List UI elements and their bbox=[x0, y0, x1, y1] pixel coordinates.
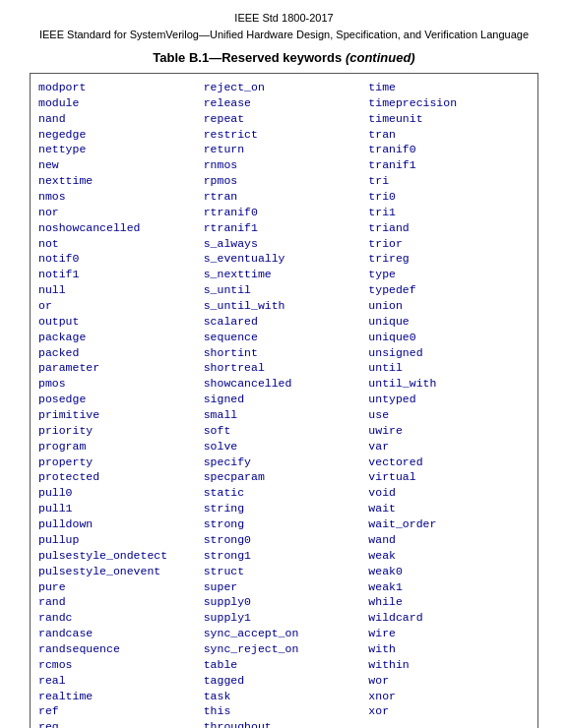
list-item: strong0 bbox=[204, 532, 361, 548]
list-item: new bbox=[38, 157, 196, 173]
list-item: s_always bbox=[204, 236, 361, 252]
list-item: specparam bbox=[204, 469, 361, 485]
list-item: return bbox=[204, 142, 361, 157]
list-item: supply1 bbox=[204, 610, 361, 626]
list-item: tagged bbox=[204, 673, 361, 689]
list-item: nexttime bbox=[38, 173, 196, 189]
list-item: void bbox=[368, 485, 526, 501]
page: IEEE Std 1800-2017 IEEE Standard for Sys… bbox=[0, 0, 568, 728]
list-item: packed bbox=[38, 345, 196, 361]
list-item: union bbox=[368, 298, 526, 314]
list-item: repeat bbox=[204, 111, 361, 127]
list-item: negedge bbox=[38, 127, 196, 143]
list-item: sequence bbox=[204, 330, 361, 345]
list-item: pullup bbox=[38, 532, 196, 548]
list-item: or bbox=[38, 298, 196, 314]
list-item: tran bbox=[368, 127, 526, 143]
list-item: notif0 bbox=[38, 251, 196, 267]
list-item: tranif1 bbox=[368, 157, 526, 173]
list-item: wait_order bbox=[368, 516, 526, 532]
header-line1: IEEE Std 1800-2017 bbox=[0, 10, 568, 27]
list-item: randc bbox=[38, 610, 196, 626]
list-item: weak1 bbox=[368, 579, 526, 595]
list-item: rcmos bbox=[38, 657, 196, 673]
list-item: rnmos bbox=[204, 157, 361, 173]
list-item: realtime bbox=[38, 689, 196, 704]
list-item: posedge bbox=[38, 392, 196, 407]
list-item: reg bbox=[38, 719, 196, 728]
list-item: strong bbox=[204, 516, 361, 532]
list-item: nettype bbox=[38, 142, 196, 157]
list-item: package bbox=[38, 330, 196, 345]
list-item: rand bbox=[38, 594, 196, 610]
list-item: wand bbox=[368, 532, 526, 548]
list-item: property bbox=[38, 455, 196, 470]
list-item: this bbox=[204, 703, 361, 719]
list-item: throughout bbox=[204, 719, 361, 728]
list-item: rtran bbox=[204, 189, 361, 205]
list-item: release bbox=[204, 95, 361, 111]
keyword-table: modportmodulenandnegedgenettypenewnextti… bbox=[30, 73, 538, 728]
list-item: solve bbox=[204, 439, 361, 455]
list-item: parameter bbox=[38, 360, 196, 376]
list-item: until bbox=[368, 360, 526, 376]
list-item: rtranif0 bbox=[204, 205, 361, 220]
list-item: wait bbox=[368, 501, 526, 516]
keyword-col-1: modportmodulenandnegedgenettypenewnextti… bbox=[38, 80, 200, 728]
list-item: shortreal bbox=[204, 360, 361, 376]
list-item: rtranif1 bbox=[204, 220, 361, 236]
list-item: until_with bbox=[368, 376, 526, 392]
list-item: table bbox=[204, 657, 361, 673]
list-item: shortint bbox=[204, 345, 361, 361]
list-item: tri0 bbox=[368, 189, 526, 205]
list-item: real bbox=[38, 673, 196, 689]
list-item: pulsestyle_ondetect bbox=[38, 548, 196, 564]
list-item: unique bbox=[368, 314, 526, 330]
list-item: weak bbox=[368, 548, 526, 564]
list-item: specify bbox=[204, 455, 361, 470]
list-item: tranif0 bbox=[368, 142, 526, 157]
list-item: wildcard bbox=[368, 610, 526, 626]
list-item: unsigned bbox=[368, 345, 526, 361]
list-item: trior bbox=[368, 236, 526, 252]
list-item: reject_on bbox=[204, 80, 361, 95]
list-item: timeunit bbox=[368, 111, 526, 127]
list-item: with bbox=[368, 641, 526, 657]
list-item: tri bbox=[368, 173, 526, 189]
list-item: notif1 bbox=[38, 267, 196, 282]
list-item: supply0 bbox=[204, 594, 361, 610]
list-item: struct bbox=[204, 564, 361, 579]
list-item: xnor bbox=[368, 689, 526, 704]
list-item: s_eventually bbox=[204, 251, 361, 267]
list-item: xor bbox=[368, 703, 526, 719]
list-item: wire bbox=[368, 626, 526, 641]
list-item: use bbox=[368, 407, 526, 423]
list-item: trireg bbox=[368, 251, 526, 267]
list-item: tri1 bbox=[368, 205, 526, 220]
list-item: pmos bbox=[38, 376, 196, 392]
list-item: soft bbox=[204, 423, 361, 439]
header-line2: IEEE Standard for SystemVerilog—Unified … bbox=[0, 27, 568, 43]
list-item: pull0 bbox=[38, 485, 196, 501]
keyword-col-3: timetimeprecisiontimeunittrantranif0tran… bbox=[364, 80, 530, 728]
list-item: pulldown bbox=[38, 516, 196, 532]
list-item: module bbox=[38, 95, 196, 111]
list-item: while bbox=[368, 594, 526, 610]
list-item: weak0 bbox=[368, 564, 526, 579]
table-title: Table B.1—Reserved keywords (continued) bbox=[0, 50, 568, 65]
list-item: time bbox=[368, 80, 526, 95]
list-item: virtual bbox=[368, 469, 526, 485]
list-item: protected bbox=[38, 469, 196, 485]
list-item: pulsestyle_onevent bbox=[38, 564, 196, 579]
list-item: task bbox=[204, 689, 361, 704]
list-item: s_until_with bbox=[204, 298, 361, 314]
list-item: timeprecision bbox=[368, 95, 526, 111]
list-item: null bbox=[38, 282, 196, 298]
list-item: restrict bbox=[204, 127, 361, 143]
list-item: s_until bbox=[204, 282, 361, 298]
list-item: typedef bbox=[368, 282, 526, 298]
list-item: uwire bbox=[368, 423, 526, 439]
header: IEEE Std 1800-2017 IEEE Standard for Sys… bbox=[0, 10, 568, 42]
list-item: triand bbox=[368, 220, 526, 236]
list-item: string bbox=[204, 501, 361, 516]
